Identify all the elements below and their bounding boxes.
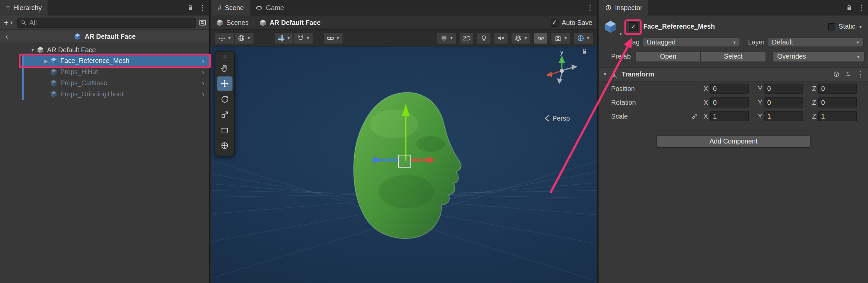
rect-tool-button[interactable] bbox=[217, 123, 232, 138]
static-checkbox[interactable] bbox=[828, 23, 835, 30]
tree-item-face-reference-mesh[interactable]: ▶ Face_Reference_Mesh › bbox=[0, 55, 209, 66]
kebab-menu-icon[interactable]: ⋮ bbox=[856, 70, 864, 78]
gizmo-z-handle[interactable] bbox=[372, 157, 378, 163]
link-icon[interactable] bbox=[691, 113, 698, 120]
kebab-menu-icon[interactable]: ⋮ bbox=[858, 4, 865, 12]
grid-visibility-button[interactable]: ▼ bbox=[275, 32, 293, 44]
tree-item-root[interactable]: ▼ AR Default Face bbox=[0, 45, 209, 56]
snap-button[interactable]: ▼ bbox=[293, 32, 313, 44]
scale-tool-button[interactable] bbox=[217, 108, 232, 122]
chevron-down-icon: ▼ bbox=[619, 33, 622, 36]
prefab-cube-icon bbox=[50, 79, 58, 87]
tab-game[interactable]: Game bbox=[250, 0, 290, 16]
scale-label: Scale bbox=[611, 112, 692, 120]
scenes-icon bbox=[216, 19, 224, 26]
rotate-tool-button[interactable] bbox=[217, 92, 232, 107]
chevron-down-icon: ▼ bbox=[450, 36, 453, 40]
tool-settings-button[interactable]: ▼ bbox=[215, 32, 234, 44]
scene-tool-palette: ≡ bbox=[215, 51, 235, 156]
transform-tool-button[interactable] bbox=[217, 139, 232, 153]
shading-mode-button[interactable]: ▼ bbox=[437, 32, 456, 44]
pivot-orientation-button[interactable]: ▼ bbox=[234, 32, 253, 44]
scene-audio-button[interactable] bbox=[495, 32, 508, 44]
globe-icon bbox=[238, 34, 245, 42]
layer-dropdown[interactable]: Default ▼ bbox=[768, 37, 864, 47]
position-x-field[interactable] bbox=[710, 83, 749, 93]
auto-save-toggle[interactable]: ✓ Auto Save bbox=[551, 19, 592, 26]
prefab-open-chevron-icon[interactable]: › bbox=[202, 68, 204, 76]
orientation-gizmo[interactable]: y bbox=[546, 49, 577, 84]
object-icon-button[interactable]: ▼ bbox=[603, 20, 620, 34]
object-name[interactable]: Face_Reference_Mesh bbox=[643, 23, 715, 30]
scale-z-field[interactable] bbox=[818, 111, 857, 121]
gizmo-axis-x-cone[interactable] bbox=[546, 72, 552, 77]
prefab-cube-icon bbox=[50, 68, 58, 76]
move-tool-button[interactable] bbox=[217, 77, 232, 91]
hierarchy-toolbar: + ▼ bbox=[0, 16, 209, 30]
rotation-z-field[interactable] bbox=[818, 97, 857, 107]
gizmo-center-handle[interactable] bbox=[399, 155, 411, 167]
help-icon[interactable] bbox=[833, 71, 840, 78]
prefab-open-chevron-icon[interactable]: › bbox=[202, 80, 204, 87]
gizmo-center[interactable] bbox=[560, 69, 564, 73]
transform-component-header[interactable]: ▼ Transform ⋮ bbox=[599, 67, 868, 82]
tree-item-props-catnose[interactable]: Props_CatNose › bbox=[0, 78, 209, 89]
chevron-down-icon: ▼ bbox=[524, 36, 528, 40]
chevron-down-icon: ▼ bbox=[336, 36, 339, 40]
transform-component-icon bbox=[611, 70, 618, 78]
gizmo-axis-cone[interactable] bbox=[557, 79, 562, 84]
measure-button[interactable]: ▼ bbox=[324, 32, 342, 44]
gizmo-axis-cone[interactable] bbox=[571, 65, 577, 70]
auto-save-checkbox[interactable]: ✓ bbox=[551, 19, 558, 26]
tag-dropdown[interactable]: Untagged ▼ bbox=[643, 37, 741, 47]
static-dropdown-icon[interactable]: ▼ bbox=[859, 25, 862, 29]
foldout-closed-icon[interactable]: ▶ bbox=[42, 58, 50, 63]
gizmo-lock-icon[interactable] bbox=[581, 48, 588, 57]
position-z-field[interactable] bbox=[818, 83, 857, 93]
scene-camera-button[interactable]: ▼ bbox=[551, 32, 570, 44]
rotation-y-field[interactable] bbox=[764, 97, 803, 107]
create-object-button[interactable]: + ▼ bbox=[3, 18, 14, 27]
prefab-open-chevron-icon[interactable]: › bbox=[202, 91, 204, 98]
presets-icon[interactable] bbox=[845, 71, 851, 78]
tree-item-props-grinningtheet[interactable]: Props_GrinningTheet › bbox=[0, 89, 209, 100]
tree-item-props-hihat[interactable]: Props_HiHat › bbox=[0, 66, 209, 78]
scene-visibility-button[interactable] bbox=[534, 32, 547, 44]
foldout-open-icon[interactable]: ▼ bbox=[603, 72, 607, 77]
scene-panel: # Scene Game ⋮ Scenes | bbox=[212, 0, 598, 283]
kebab-menu-icon[interactable]: ⋮ bbox=[199, 4, 207, 12]
hierarchy-search-box[interactable] bbox=[17, 18, 196, 28]
hierarchy-search-input[interactable] bbox=[29, 19, 192, 26]
kebab-menu-icon[interactable]: ⋮ bbox=[586, 4, 594, 12]
rotation-x-field[interactable] bbox=[710, 97, 749, 107]
scale-y-field[interactable] bbox=[764, 111, 803, 121]
gizmo-axis-y-cone[interactable] bbox=[558, 55, 565, 63]
gizmos-button[interactable]: ▼ bbox=[574, 32, 593, 44]
effects-button[interactable]: ▼ bbox=[512, 32, 531, 44]
prefab-open-chevron-icon[interactable]: › bbox=[202, 57, 204, 64]
prefab-select-button[interactable]: Select bbox=[701, 51, 766, 62]
scale-x-field[interactable] bbox=[710, 111, 749, 121]
active-checkbox[interactable]: ✓ bbox=[629, 22, 638, 31]
scene-lighting-button[interactable] bbox=[477, 32, 491, 44]
lock-icon[interactable] bbox=[187, 4, 194, 11]
layer-label: Layer bbox=[748, 38, 765, 46]
prefab-open-button[interactable]: Open bbox=[636, 51, 701, 62]
lock-icon[interactable] bbox=[846, 4, 852, 11]
breadcrumb-current-scene[interactable]: AR Default Face bbox=[259, 19, 321, 26]
add-component-button[interactable]: Add Component bbox=[656, 135, 810, 147]
position-y-field[interactable] bbox=[764, 83, 803, 93]
2d-mode-button[interactable]: 2D bbox=[460, 32, 474, 44]
tab-inspector[interactable]: Inspector bbox=[599, 0, 648, 16]
palette-drag-handle[interactable]: ≡ bbox=[223, 53, 226, 60]
view-tool-button[interactable] bbox=[217, 61, 232, 76]
tab-scene[interactable]: # Scene bbox=[212, 0, 250, 16]
search-window-icon[interactable] bbox=[199, 19, 207, 26]
prefab-overrides-button[interactable]: Overrides ▼ bbox=[773, 51, 865, 62]
tab-hierarchy[interactable]: ≡ Hierarchy bbox=[0, 0, 48, 16]
projection-label[interactable]: Persp bbox=[545, 115, 570, 122]
inspector-tabstrip: Inspector ⋮ bbox=[599, 0, 868, 16]
breadcrumb-scenes[interactable]: Scenes bbox=[216, 19, 249, 26]
foldout-open-icon[interactable]: ▼ bbox=[29, 48, 37, 53]
scene-viewport[interactable]: y Persp bbox=[212, 47, 597, 283]
